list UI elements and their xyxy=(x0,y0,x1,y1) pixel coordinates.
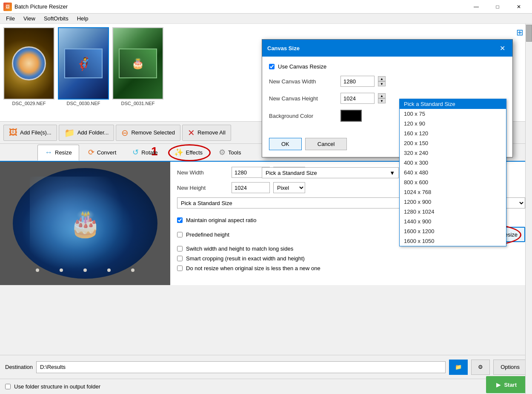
thumbnail-label: DSC_0031.NEF xyxy=(121,101,155,106)
thumbnail-item[interactable]: DSC_0029.NEF xyxy=(3,27,54,106)
gear-icon: ⚙ xyxy=(478,364,483,370)
folder-structure-label: Use folder structure in output folder xyxy=(14,383,100,390)
predefined-height-checkbox[interactable] xyxy=(177,232,183,237)
dialog-width-input[interactable] xyxy=(340,76,375,87)
height-unit-select[interactable]: PixelPercentInchcm xyxy=(273,182,305,193)
start-button[interactable]: ▶ Start xyxy=(486,376,527,393)
tab-convert-label: Convert xyxy=(97,149,117,156)
title-bar: 🖼 Batch Picture Resizer — □ ✕ xyxy=(0,0,532,14)
minimize-button[interactable]: — xyxy=(466,0,486,14)
remove-selected-label: Remove Selected xyxy=(131,129,175,136)
close-button[interactable]: ✕ xyxy=(509,0,529,14)
switch-dimensions-row: Switch width and height to match long si… xyxy=(177,246,525,252)
remove-all-icon: ✕ xyxy=(188,128,195,138)
dropdown-item-1024x768[interactable]: 1024 x 768 xyxy=(400,187,506,197)
new-width-label: New Width xyxy=(177,169,228,176)
dropdown-item-200x150[interactable]: 200 x 150 xyxy=(400,138,506,148)
thumbnail-image: 🎂 xyxy=(112,27,163,100)
maximize-button[interactable]: □ xyxy=(488,0,507,14)
bg-color-swatch[interactable] xyxy=(340,110,362,122)
maintain-aspect-checkbox[interactable] xyxy=(177,217,183,223)
dialog-ok-button[interactable]: OK xyxy=(269,138,302,150)
start-label: Start xyxy=(504,382,517,388)
options-label: Options xyxy=(501,364,520,370)
app-title: Batch Picture Resizer xyxy=(14,3,466,10)
menu-help[interactable]: Help xyxy=(73,14,93,23)
use-canvas-resize-label: Use Canvas Resize xyxy=(278,63,326,70)
tab-effects[interactable]: ✨ Effects xyxy=(167,144,210,160)
resize-tab-icon: ↔ xyxy=(45,148,52,157)
folder-structure-row: Use folder structure in output folder ▶ … xyxy=(0,379,532,394)
dialog-width-row: New Canvas Width ▲ ▼ xyxy=(269,76,506,87)
remove-selected-button[interactable]: ⊖ Remove Selected xyxy=(116,125,180,141)
dropdown-item-default[interactable]: Pick a Standard Size xyxy=(400,99,506,109)
dropdown-item-100x75[interactable]: 100 x 75 xyxy=(400,109,506,119)
height-up-button[interactable]: ▲ xyxy=(378,93,386,98)
standard-size-dropdown: Pick a Standard Size 100 x 75 120 x 90 1… xyxy=(399,99,506,246)
gear-settings-button[interactable]: ⚙ xyxy=(471,360,490,375)
right-scrollbar[interactable] xyxy=(525,24,532,394)
grid-view-icon[interactable]: ⊞ xyxy=(516,27,523,37)
folder-structure-checkbox[interactable] xyxy=(5,384,11,389)
dialog-close-button[interactable]: ✕ xyxy=(497,43,507,53)
dropdown-item-1200x900[interactable]: 1200 x 900 xyxy=(400,197,506,207)
dropdown-item-160x120[interactable]: 160 x 120 xyxy=(400,128,506,138)
tab-tools[interactable]: ⚙ Tools xyxy=(212,144,248,160)
height-down-button[interactable]: ▼ xyxy=(378,98,386,103)
smart-cropping-checkbox[interactable] xyxy=(177,256,183,261)
scroll-thumb[interactable] xyxy=(526,25,532,42)
add-folder-button[interactable]: 📁 Add Folder... xyxy=(59,125,114,141)
tab-resize-label: Resize xyxy=(55,149,72,156)
thumbnail-item[interactable]: 🦸 DSC_0030.NEF xyxy=(58,27,109,106)
bottom-bar: Destination 📁 ⚙ Options xyxy=(0,355,532,379)
tab-rotate[interactable]: ↺ Rotate xyxy=(125,144,165,160)
dropdown-item-640x480[interactable]: 640 x 480 xyxy=(400,168,506,177)
start-icon: ▶ xyxy=(496,382,501,388)
width-up-button[interactable]: ▲ xyxy=(378,76,386,81)
dropdown-item-1600x1050[interactable]: 1600 x 1050 xyxy=(400,236,506,246)
destination-input[interactable] xyxy=(36,361,446,373)
destination-browse-button[interactable]: 📁 xyxy=(449,360,468,375)
no-resize-checkbox[interactable] xyxy=(177,266,183,271)
dropdown-item-1440x900[interactable]: 1440 x 900 xyxy=(400,217,506,226)
options-button[interactable]: Options xyxy=(493,360,527,375)
height-spinner: ▲ ▼ xyxy=(378,93,386,103)
thumbnail-label: DSC_0030.NEF xyxy=(67,101,100,106)
predefined-height-row: Predefined height xyxy=(177,231,229,238)
remove-all-button[interactable]: ✕ Remove All xyxy=(182,125,231,141)
menu-view[interactable]: View xyxy=(19,14,40,23)
add-files-icon: 🖼 xyxy=(9,128,17,137)
tab-resize[interactable]: ↔ Resize xyxy=(37,145,79,161)
menu-file[interactable]: File xyxy=(2,14,19,23)
new-width-input[interactable] xyxy=(232,167,270,178)
menu-softorbits[interactable]: SoftOrbits xyxy=(40,14,73,23)
dropdown-item-1280x1024[interactable]: 1280 x 1024 xyxy=(400,207,506,217)
window-controls: — □ ✕ xyxy=(466,0,529,14)
width-unit-select[interactable]: PixelPercentInchcm xyxy=(273,167,305,178)
dialog-cancel-button[interactable]: Cancel xyxy=(305,138,347,150)
dropdown-item-800x600[interactable]: 800 x 600 xyxy=(400,177,506,187)
new-height-input[interactable] xyxy=(232,182,270,193)
width-down-button[interactable]: ▼ xyxy=(378,81,386,86)
dropdown-item-320x240[interactable]: 320 x 240 xyxy=(400,148,506,158)
menu-bar: File View SoftOrbits Help xyxy=(0,14,532,24)
thumbnail-item[interactable]: 🎂 DSC_0031.NEF xyxy=(112,27,163,106)
dropdown-item-1600x1200[interactable]: 1600 x 1200 xyxy=(400,226,506,236)
add-files-button[interactable]: 🖼 Add File(s)... xyxy=(3,125,57,141)
dropdown-item-120x90[interactable]: 120 x 90 xyxy=(400,119,506,128)
bg-color-label: Background Color xyxy=(269,113,337,119)
browse-icon: 📁 xyxy=(455,364,462,370)
use-canvas-resize-checkbox[interactable] xyxy=(269,64,275,69)
tab-rotate-label: Rotate xyxy=(141,149,157,156)
no-resize-label: Do not resize when original size is less… xyxy=(186,265,320,271)
tab-convert[interactable]: ⟳ Convert xyxy=(81,144,124,160)
add-folder-icon: 📁 xyxy=(64,128,75,138)
rotate-tab-icon: ↺ xyxy=(132,148,139,157)
smart-cropping-label: Smart cropping (result in exact width an… xyxy=(186,255,305,262)
width-spinner: ▲ ▼ xyxy=(378,76,386,86)
dropdown-item-400x300[interactable]: 400 x 300 xyxy=(400,158,506,168)
dialog-height-input[interactable] xyxy=(340,93,375,104)
dialog-height-label: New Canvas Height xyxy=(269,95,337,102)
switch-dimensions-checkbox[interactable] xyxy=(177,246,183,251)
remove-selected-icon: ⊖ xyxy=(121,128,129,138)
